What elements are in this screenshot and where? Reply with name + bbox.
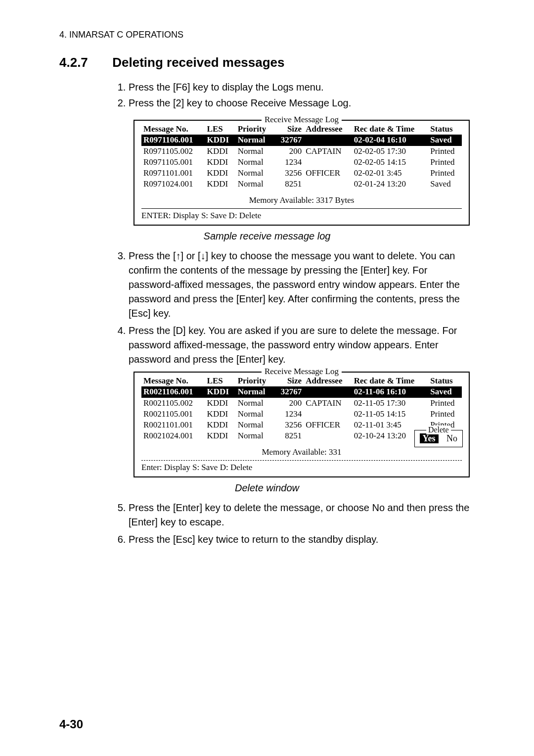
table-header: Addressee (304, 124, 352, 135)
table-header: LES (205, 376, 236, 386)
table-cell: KDDI (205, 146, 236, 157)
table-cell: Normal (236, 168, 274, 179)
table-cell: R0971105.001 (141, 157, 205, 168)
table-cell: Printed (428, 157, 462, 168)
table-row[interactable]: R0971106.001KDDINormal3276702-02-04 16:1… (141, 135, 462, 146)
table-cell: R0971024.001 (141, 179, 205, 189)
table-row[interactable]: R0971024.001KDDINormal825102-01-24 13:20… (141, 179, 462, 189)
instruction-step: Press the [Esc] key twice to return to t… (129, 532, 475, 547)
table-cell: OFFICER (304, 420, 352, 430)
table-cell: 1234 (274, 409, 304, 420)
table-row[interactable]: R0021105.002KDDINormal200CAPTAIN02-11-05… (141, 398, 462, 409)
page-number: 4-30 (59, 717, 83, 731)
table-cell: 3256 (274, 168, 304, 179)
table-row[interactable]: R0971105.001KDDINormal123402-02-05 14:15… (141, 157, 462, 168)
delete-dialog-title: Delete (426, 425, 451, 434)
table-cell: KDDI (205, 420, 236, 430)
table-cell: Normal (236, 430, 274, 441)
table-cell: KDDI (205, 179, 236, 189)
table-header: Message No. (141, 376, 205, 386)
table-header: Rec date & Time (352, 124, 429, 135)
table-cell (304, 430, 352, 441)
table-cell: R0021101.001 (141, 420, 205, 430)
table-cell: 8251 (274, 179, 304, 189)
table-cell: 1234 (274, 157, 304, 168)
table-header: Status (428, 376, 462, 386)
table-cell: Saved (428, 386, 462, 398)
table-cell (304, 179, 352, 189)
table-cell: Printed (428, 398, 462, 409)
panel-footer: Enter: Display S: Save D: Delete (141, 460, 462, 472)
table-cell: R0021106.001 (141, 386, 205, 398)
table-cell: Normal (236, 157, 274, 168)
table-row[interactable]: R0971101.001KDDINormal3256OFFICER02-02-0… (141, 168, 462, 179)
instruction-list-bottom: Press the [Enter] key to delete the mess… (59, 501, 475, 547)
table-header: Size (274, 124, 304, 135)
table-header: Size (274, 376, 304, 386)
table-cell: 02-02-04 16:10 (352, 135, 429, 146)
table-header: Priority (236, 376, 274, 386)
table-cell: 02-02-05 17:30 (352, 146, 429, 157)
section-heading: 4.2.7 Deleting received messages (59, 55, 475, 70)
table-cell (304, 409, 352, 420)
instruction-step: Press the [F6] key to display the Logs m… (129, 80, 475, 94)
delete-no-button[interactable]: No (446, 433, 457, 443)
table-cell: Normal (236, 386, 274, 398)
instruction-step: Press the [2] key to choose Receive Mess… (129, 96, 475, 110)
section-title-text: Deleting received messages (112, 55, 284, 70)
table-cell: R0021105.002 (141, 398, 205, 409)
page-header: 4. INMARSAT C OPERATIONS (59, 30, 475, 40)
table-row[interactable]: R0021105.001KDDINormal123402-11-05 14:15… (141, 409, 462, 420)
table-cell: OFFICER (304, 168, 352, 179)
delete-dialog: Delete Yes No (414, 430, 463, 447)
delete-yes-button[interactable]: Yes (420, 433, 439, 443)
table-row[interactable]: R0021106.001KDDINormal3276702-11-06 16:1… (141, 386, 462, 398)
table-cell: 02-11-05 17:30 (352, 398, 429, 409)
instruction-list-middle: Press the [↑] or [↓] key to choose the m… (59, 249, 475, 367)
table-cell: Saved (428, 135, 462, 146)
table-cell: 200 (274, 398, 304, 409)
table-cell: KDDI (205, 157, 236, 168)
table-cell: R0971106.001 (141, 135, 205, 146)
table-row[interactable]: R0021101.001KDDINormal3256OFFICER02-11-0… (141, 420, 462, 430)
table-cell: Saved (428, 179, 462, 189)
table-cell: KDDI (205, 386, 236, 398)
table-cell: CAPTAIN (304, 398, 352, 409)
table-header: Status (428, 124, 462, 135)
table-cell: 32767 (274, 386, 304, 398)
receive-log-panel-2: Receive Message Log Message No.LESPriori… (134, 372, 470, 477)
panel-footer: ENTER: Display S: Save D: Delete (141, 208, 462, 221)
figure-caption-2: Delete window (59, 482, 475, 494)
table-cell: Normal (236, 179, 274, 189)
table-cell (304, 135, 352, 146)
table-cell: 8251 (274, 430, 304, 441)
table-cell: 02-01-24 13:20 (352, 179, 429, 189)
table-header: Addressee (304, 376, 352, 386)
table-cell: R0021105.001 (141, 409, 205, 420)
table-cell: 02-11-06 16:10 (352, 386, 429, 398)
table-header: LES (205, 124, 236, 135)
table-cell: Printed (428, 409, 462, 420)
table-row[interactable]: R0971105.002KDDINormal200CAPTAIN02-02-05… (141, 146, 462, 157)
section-number: 4.2.7 (59, 55, 109, 70)
table-cell: R0971101.001 (141, 168, 205, 179)
panel-title: Receive Message Log (262, 367, 342, 377)
table-cell: Normal (236, 420, 274, 430)
table-cell: Normal (236, 409, 274, 420)
table-cell: KDDI (205, 409, 236, 420)
table-cell: KDDI (205, 430, 236, 441)
instruction-step: Press the [↑] or [↓] key to choose the m… (129, 249, 475, 321)
panel-title: Receive Message Log (262, 115, 342, 125)
table-cell: 02-11-01 3:45 (352, 420, 429, 430)
receive-log-panel-1: Receive Message Log Message No.LESPriori… (134, 120, 470, 226)
instruction-list-top: Press the [F6] key to display the Logs m… (59, 80, 475, 110)
table-cell: Printed (428, 168, 462, 179)
table-cell: R0971105.002 (141, 146, 205, 157)
table-cell: 3256 (274, 420, 304, 430)
table-cell: KDDI (205, 398, 236, 409)
table-cell: Normal (236, 135, 274, 146)
table-cell (304, 157, 352, 168)
table-cell: 02-02-01 3:45 (352, 168, 429, 179)
table-cell: R0021024.001 (141, 430, 205, 441)
table-cell (304, 386, 352, 398)
